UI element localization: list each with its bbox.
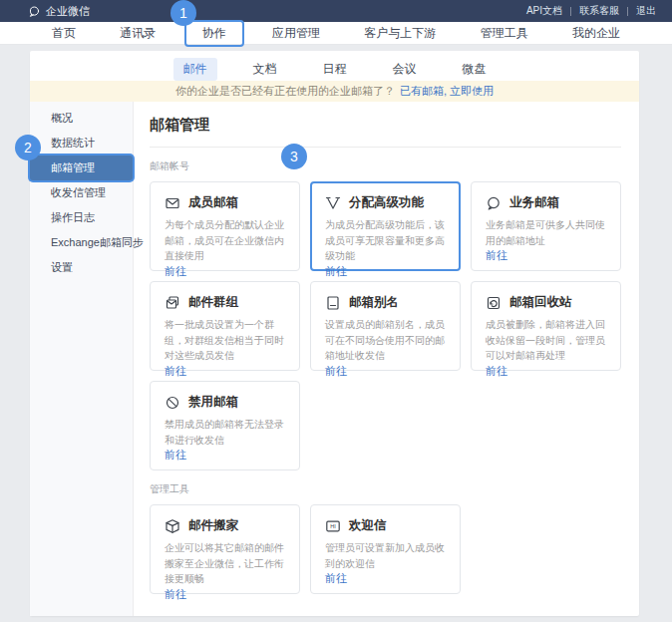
recycle-icon xyxy=(486,295,502,311)
sidebar-item-mailbox-management[interactable]: 邮箱管理 xyxy=(30,156,133,180)
main-content: 邮箱管理 邮箱帐号 成员邮箱 为每个成员分配的默认企业邮箱，成员可在企业微信内直… xyxy=(134,102,639,616)
sidebar-item-settings[interactable]: 设置 xyxy=(30,255,133,280)
card-title: 邮件群组 xyxy=(188,294,238,311)
brand-label: 企业微信 xyxy=(46,4,90,19)
tab-drive[interactable]: 微盘 xyxy=(453,58,497,81)
section-label-tools: 管理工具 xyxy=(150,482,621,496)
notice-link[interactable]: 已有邮箱, 立即使用 xyxy=(400,84,494,99)
vip-icon xyxy=(325,195,341,211)
card-desc: 业务邮箱是可供多人共同使用的邮箱地址 xyxy=(486,217,606,248)
svg-text:HI: HI xyxy=(330,523,336,529)
notice-text: 你的企业是否已经有正在使用的企业邮箱了？ xyxy=(175,84,395,99)
card-title: 邮箱别名 xyxy=(349,294,399,311)
card-desc: 设置成员的邮箱别名，成员可在不同场合使用不同的邮箱地址收发信 xyxy=(325,317,446,364)
notice-banner: 你的企业是否已经有正在使用的企业邮箱了？ 已有邮箱, 立即使用 xyxy=(30,81,639,102)
brand: 企业微信 xyxy=(28,4,90,19)
go-link[interactable]: 前往 xyxy=(325,364,446,379)
logout-link[interactable]: 退出 xyxy=(636,4,656,18)
panel-body: 概况 数据统计 邮箱管理 收发信管理 操作日志 Exchange邮箱同步 设置 … xyxy=(30,102,639,616)
ban-icon xyxy=(165,395,180,411)
nav-item-contacts[interactable]: 通讯录 xyxy=(120,25,156,42)
go-link[interactable]: 前往 xyxy=(325,264,446,279)
card-head: 邮件群组 xyxy=(165,294,285,311)
card-head: 禁用邮箱 xyxy=(165,394,285,411)
card-title: 邮箱回收站 xyxy=(509,294,572,311)
go-link[interactable]: 前往 xyxy=(165,448,285,463)
tab-mail[interactable]: 邮件 xyxy=(173,58,217,81)
tab-calendar[interactable]: 日程 xyxy=(313,58,357,81)
mail-group-icon xyxy=(165,295,180,311)
sidebar-item-statistics[interactable]: 数据统计 xyxy=(30,131,133,156)
nav-item-app-management[interactable]: 应用管理 xyxy=(272,25,320,42)
content-panel: 邮件 文档 日程 会议 微盘 你的企业是否已经有正在使用的企业邮箱了？ 已有邮箱… xyxy=(30,51,639,616)
topbar: 企业微信 API文档 联系客服 退出 xyxy=(0,0,672,22)
package-icon xyxy=(165,518,180,534)
card-title: 禁用邮箱 xyxy=(188,394,238,411)
card-head: 邮箱别名 xyxy=(325,294,446,311)
card-title: 成员邮箱 xyxy=(188,194,238,211)
tab-meeting[interactable]: 会议 xyxy=(383,58,427,81)
card-head: 业务邮箱 xyxy=(486,194,606,211)
sidebar-item-exchange-sync[interactable]: Exchange邮箱同步 xyxy=(30,230,133,255)
nav-item-customers[interactable]: 客户与上下游 xyxy=(364,25,436,42)
card-mailbox-alias[interactable]: 邮箱别名 设置成员的邮箱别名，成员可在不同场合使用不同的邮箱地址收发信 前往 xyxy=(310,281,461,371)
go-link[interactable]: 前往 xyxy=(165,364,285,379)
nav-item-admin-tools[interactable]: 管理工具 xyxy=(481,25,528,42)
card-welcome-letter[interactable]: HI 欢迎信 管理员可设置新加入成员收到的欢迎信 前往 xyxy=(310,504,461,594)
card-mail-migration[interactable]: 邮件搬家 企业可以将其它邮箱的邮件搬家至企业微信，让工作衔接更顺畅 前往 xyxy=(150,504,300,594)
card-head: 成员邮箱 xyxy=(165,194,285,211)
card-business-mailbox[interactable]: 业务邮箱 业务邮箱是可供多人共同使用的邮箱地址 前往 xyxy=(471,181,621,271)
wechat-work-logo-icon xyxy=(28,5,41,18)
nav-item-collaboration[interactable]: 协作 xyxy=(184,20,244,47)
card-title: 邮件搬家 xyxy=(188,517,238,534)
card-mail-group[interactable]: 邮件群组 将一批成员设置为一个群组，对群组发信相当于同时对这些成员发信 前往 xyxy=(150,281,300,371)
chat-bubble-icon xyxy=(486,195,502,211)
sidebar: 概况 数据统计 邮箱管理 收发信管理 操作日志 Exchange邮箱同步 设置 xyxy=(30,102,134,616)
go-link[interactable]: 前往 xyxy=(325,571,446,586)
nav-item-home[interactable]: 首页 xyxy=(52,25,76,42)
card-member-mailbox[interactable]: 成员邮箱 为每个成员分配的默认企业邮箱，成员可在企业微信内直接使用 前往 xyxy=(150,181,300,271)
accounts-card-grid: 成员邮箱 为每个成员分配的默认企业邮箱，成员可在企业微信内直接使用 前往 分配高… xyxy=(150,181,621,470)
sidebar-item-operation-log[interactable]: 操作日志 xyxy=(30,205,133,230)
page: 企业微信 API文档 联系客服 退出 首页 通讯录 协作 应用管理 客户与上下游… xyxy=(0,0,672,622)
go-link[interactable]: 前往 xyxy=(486,364,606,379)
card-disable-mailbox[interactable]: 禁用邮箱 禁用成员的邮箱将无法登录和进行收发信 前往 xyxy=(150,381,300,470)
alias-icon xyxy=(325,295,341,311)
card-desc: 管理员可设置新加入成员收到的欢迎信 xyxy=(325,540,446,571)
card-title: 欢迎信 xyxy=(349,517,387,534)
annotation-step-3-badge: 3 xyxy=(281,144,307,169)
card-head: 邮件搬家 xyxy=(165,517,285,534)
annotation-step-2-badge: 2 xyxy=(15,135,41,160)
card-title: 业务邮箱 xyxy=(509,194,559,211)
sidebar-item-overview[interactable]: 概况 xyxy=(30,106,133,131)
separator xyxy=(570,7,571,16)
api-docs-link[interactable]: API文档 xyxy=(526,4,562,18)
card-desc: 为每个成员分配的默认企业邮箱，成员可在企业微信内直接使用 xyxy=(165,217,285,264)
card-head: 邮箱回收站 xyxy=(486,294,606,311)
contact-support-link[interactable]: 联系客服 xyxy=(579,4,619,18)
nav-item-my-company[interactable]: 我的企业 xyxy=(572,25,620,42)
card-head: 分配高级功能 xyxy=(325,194,446,211)
section-label-accounts: 邮箱帐号 xyxy=(150,159,621,173)
separator xyxy=(627,7,628,16)
card-desc: 禁用成员的邮箱将无法登录和进行收发信 xyxy=(165,417,285,448)
welcome-letter-icon: HI xyxy=(325,518,341,534)
topbar-links: API文档 联系客服 退出 xyxy=(526,4,656,18)
go-link[interactable]: 前往 xyxy=(165,264,285,279)
tab-docs[interactable]: 文档 xyxy=(243,58,287,81)
card-assign-premium-features[interactable]: 分配高级功能 为成员分配高级功能后，该成员可享无限容量和更多高级功能 前往 xyxy=(310,181,461,271)
tools-card-grid: 邮件搬家 企业可以将其它邮箱的邮件搬家至企业微信，让工作衔接更顺畅 前往 HI … xyxy=(150,504,621,594)
card-mailbox-recycle-bin[interactable]: 邮箱回收站 成员被删除，邮箱将进入回收站保留一段时间，管理员可以对邮箱再处理 前… xyxy=(471,281,621,371)
card-head: HI 欢迎信 xyxy=(325,517,446,534)
module-tabs: 邮件 文档 日程 会议 微盘 xyxy=(30,51,639,81)
card-desc: 企业可以将其它邮箱的邮件搬家至企业微信，让工作衔接更顺畅 xyxy=(165,540,285,587)
divider xyxy=(150,147,621,148)
sidebar-item-send-receive[interactable]: 收发信管理 xyxy=(30,180,133,205)
card-desc: 成员被删除，邮箱将进入回收站保留一段时间，管理员可以对邮箱再处理 xyxy=(486,317,606,364)
annotation-step-1-badge: 1 xyxy=(170,0,196,26)
go-link[interactable]: 前往 xyxy=(165,587,285,602)
envelope-icon xyxy=(165,195,180,211)
main-nav: 首页 通讯录 协作 应用管理 客户与上下游 管理工具 我的企业 xyxy=(0,22,672,45)
go-link[interactable]: 前往 xyxy=(486,248,606,263)
card-desc: 为成员分配高级功能后，该成员可享无限容量和更多高级功能 xyxy=(325,217,446,264)
